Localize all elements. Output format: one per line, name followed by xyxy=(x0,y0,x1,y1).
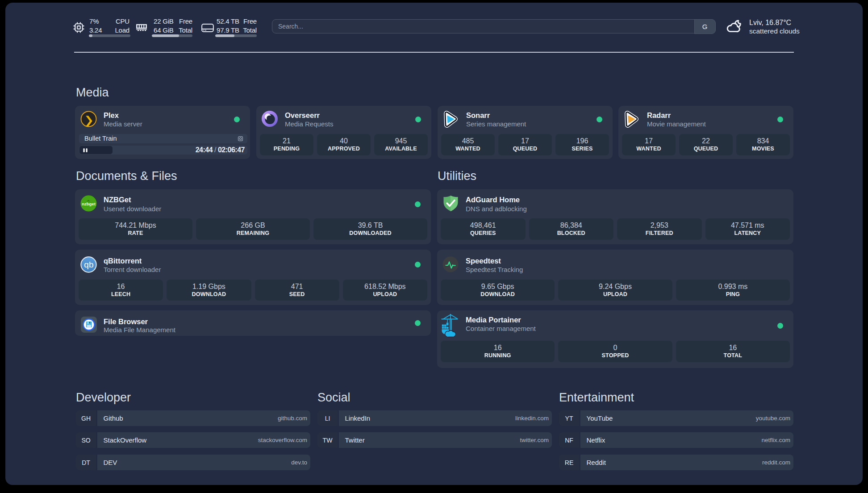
svg-text:qb: qb xyxy=(84,260,93,269)
svg-text:nzbget: nzbget xyxy=(82,201,96,206)
